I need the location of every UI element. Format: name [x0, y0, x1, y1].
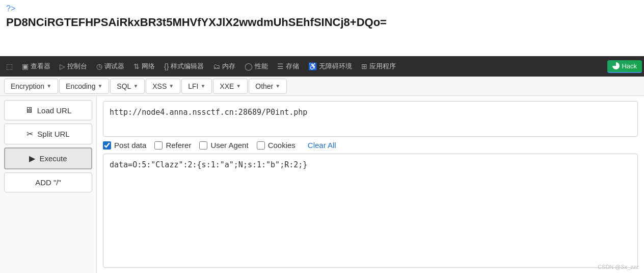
- post-data-checkbox[interactable]: [103, 141, 111, 150]
- memory-icon: 🗂: [213, 62, 220, 70]
- devtools-accessibility-btn[interactable]: ♿ 无障碍环境: [304, 60, 356, 73]
- execute-button[interactable]: ▶ Execute: [4, 147, 92, 169]
- tab-sql[interactable]: SQL ▼: [110, 79, 145, 94]
- devtools-network-btn[interactable]: ⇅ 网络: [129, 60, 159, 73]
- devtools-toolbar: ⬚ ▣ 查看器 ▷ 控制台 ◷ 调试器 ⇅ 网络 {} 样式编辑器 🗂 内存 ◯…: [0, 56, 644, 77]
- user-agent-checkbox-label[interactable]: User Agent: [199, 141, 248, 150]
- cookies-checkbox-label[interactable]: Cookies: [257, 141, 296, 150]
- tab-xss[interactable]: XSS ▼: [146, 79, 180, 94]
- console-icon: ▷: [60, 62, 65, 70]
- watermark: CSDN @Sx_zzz: [598, 264, 639, 270]
- accessibility-icon: ♿: [308, 62, 317, 70]
- application-icon: ⊞: [361, 62, 367, 70]
- storage-icon: ☰: [277, 62, 284, 70]
- devtools-viewer-btn[interactable]: ▣ 查看器: [18, 60, 55, 73]
- split-url-button[interactable]: ✂ Split URL: [4, 123, 92, 144]
- right-panel: Post data Referer User Agent Cookies Cle…: [97, 96, 644, 273]
- devtools-style-editor-btn[interactable]: {} 样式编辑器: [160, 60, 208, 73]
- chevron-down-icon: ▼: [236, 83, 241, 89]
- load-url-button[interactable]: 🖥 Load URL: [4, 100, 92, 120]
- tab-encoding[interactable]: Encoding ▼: [59, 79, 109, 94]
- code-area: ?> PD8NCiRGTEFHPSAiRkxBR3t5MHVfYXJlX2wwd…: [0, 0, 644, 56]
- user-agent-checkbox[interactable]: [199, 141, 207, 150]
- tab-lfi[interactable]: LFI ▼: [181, 79, 212, 94]
- viewer-icon: ▣: [22, 62, 29, 70]
- post-data-checkbox-label[interactable]: Post data: [103, 141, 146, 150]
- options-row: Post data Referer User Agent Cookies Cle…: [103, 141, 638, 150]
- execute-icon: ▶: [29, 154, 35, 163]
- devtools-performance-btn[interactable]: ◯ 性能: [240, 60, 272, 73]
- tab-xxe[interactable]: XXE ▼: [213, 79, 248, 94]
- tab-encryption[interactable]: Encryption ▼: [4, 79, 58, 94]
- devtools-debugger-btn[interactable]: ◷ 调试器: [92, 60, 128, 73]
- add-slash-button[interactable]: ADD "/": [4, 172, 92, 192]
- sidebar: 🖥 Load URL ✂ Split URL ▶ Execute ADD "/": [0, 96, 97, 273]
- devtools-inspector-btn[interactable]: ⬚: [2, 60, 17, 72]
- main-content: 🖥 Load URL ✂ Split URL ▶ Execute ADD "/"…: [0, 96, 644, 273]
- clear-all-button[interactable]: Clear All: [308, 141, 336, 150]
- chevron-down-icon: ▼: [97, 83, 102, 89]
- performance-icon: ◯: [245, 62, 253, 70]
- cookies-checkbox[interactable]: [257, 141, 265, 150]
- load-url-icon: 🖥: [25, 106, 33, 115]
- chevron-down-icon: ▼: [200, 83, 205, 89]
- code-text: PD8NCiRGTEFHPSAiRkxBR3t5MHVfYXJlX2wwdmUh…: [6, 15, 638, 30]
- referer-checkbox[interactable]: [154, 141, 163, 150]
- hack-button[interactable]: Hack: [607, 60, 642, 73]
- url-input[interactable]: [103, 101, 638, 137]
- hack-spinner-icon: [612, 62, 620, 69]
- tab-bar: Encryption ▼ Encoding ▼ SQL ▼ XSS ▼ LFI …: [0, 77, 644, 96]
- data-textarea[interactable]: [103, 154, 638, 268]
- debugger-icon: ◷: [96, 62, 102, 70]
- referer-checkbox-label[interactable]: Referer: [154, 141, 191, 150]
- split-url-icon: ✂: [26, 129, 33, 139]
- chevron-down-icon: ▼: [46, 83, 51, 89]
- devtools-memory-btn[interactable]: 🗂 内存: [209, 60, 239, 73]
- inspector-icon: ⬚: [6, 62, 13, 70]
- devtools-application-btn[interactable]: ⊞ 应用程序: [357, 60, 400, 73]
- chevron-down-icon: ▼: [169, 83, 174, 89]
- network-icon: ⇅: [133, 62, 140, 70]
- style-editor-icon: {}: [164, 62, 169, 70]
- devtools-right: Hack: [607, 60, 642, 73]
- code-arrow: ?>: [6, 4, 638, 13]
- devtools-console-btn[interactable]: ▷ 控制台: [56, 60, 91, 73]
- chevron-down-icon: ▼: [133, 83, 138, 89]
- tab-other[interactable]: Other ▼: [249, 79, 287, 94]
- devtools-storage-btn[interactable]: ☰ 存储: [273, 60, 303, 73]
- chevron-down-icon: ▼: [275, 83, 280, 89]
